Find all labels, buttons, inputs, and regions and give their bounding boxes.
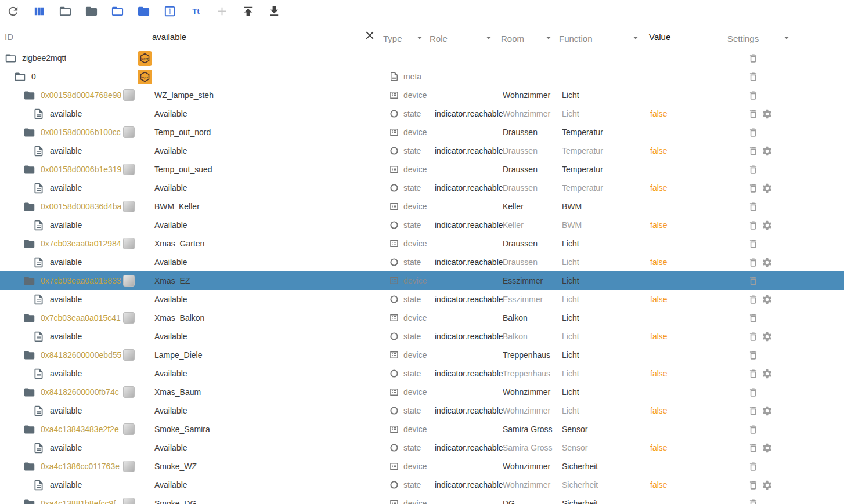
settings-gear-icon[interactable] (762, 331, 773, 342)
file-icon[interactable] (33, 219, 45, 231)
delete-icon[interactable] (748, 275, 759, 287)
delete-icon[interactable] (748, 424, 759, 435)
file-icon[interactable] (33, 108, 45, 120)
delete-icon[interactable] (748, 183, 759, 194)
name-filter-input[interactable] (152, 28, 362, 45)
delete-icon[interactable] (748, 498, 759, 504)
delete-icon[interactable] (748, 405, 759, 416)
room-filter[interactable]: Room (501, 29, 554, 45)
table-row[interactable]: available Available state indicator.reac… (0, 327, 844, 346)
delete-icon[interactable] (748, 220, 759, 231)
delete-icon[interactable] (748, 71, 759, 82)
object-value[interactable]: false (649, 443, 746, 452)
file-icon[interactable] (33, 182, 45, 194)
folder-icon[interactable] (23, 275, 35, 287)
table-row[interactable]: 0xa4c13881b8efcc9f Smoke_DG device DG Si… (0, 494, 844, 504)
object-value[interactable]: false (649, 146, 746, 155)
table-row[interactable]: available Available state indicator.reac… (0, 401, 844, 420)
table-row[interactable]: 0 MQTT meta (0, 67, 844, 86)
table-row[interactable]: available Available state indicator.reac… (0, 216, 844, 234)
settings-gear-icon[interactable] (762, 108, 773, 119)
object-value[interactable]: false (649, 220, 746, 230)
delete-icon[interactable] (748, 294, 759, 305)
delete-icon[interactable] (748, 90, 759, 101)
delete-icon[interactable] (748, 350, 759, 361)
delete-icon[interactable] (748, 146, 759, 157)
delete-icon[interactable] (748, 201, 759, 212)
settings-filter[interactable]: Settings (727, 29, 792, 45)
folder-icon[interactable] (23, 386, 35, 398)
object-value[interactable]: false (649, 369, 746, 378)
table-row[interactable]: available Available state indicator.reac… (0, 476, 844, 494)
delete-icon[interactable] (748, 127, 759, 138)
delete-icon[interactable] (748, 387, 759, 398)
table-row[interactable]: zigbee2mqtt MQTT (0, 49, 844, 67)
file-icon[interactable] (33, 368, 45, 380)
folder-icon[interactable] (23, 201, 35, 213)
save-objects-button[interactable] (261, 1, 287, 21)
table-row[interactable]: 0xa4c1386cc011763e Smoke_WZ device Wohnz… (0, 457, 844, 476)
folder-icon[interactable] (23, 164, 35, 176)
table-row[interactable]: available Available state indicator.reac… (0, 179, 844, 197)
file-icon[interactable] (33, 293, 45, 306)
folder-open-icon[interactable] (5, 52, 17, 64)
settings-gear-icon[interactable] (762, 257, 773, 268)
function-filter[interactable]: Function (559, 29, 641, 45)
delete-icon[interactable] (748, 368, 759, 379)
file-icon[interactable] (33, 442, 45, 454)
table-row[interactable]: available Available state indicator.reac… (0, 142, 844, 160)
clear-filter-button[interactable] (362, 29, 377, 45)
settings-gear-icon[interactable] (762, 183, 773, 194)
table-row[interactable]: 0x00158d0006b1e319 Temp_out_sued device … (0, 160, 844, 179)
table-row[interactable]: 0x84182600000ebd55 Lampe_Diele device Tr… (0, 346, 844, 364)
table-row[interactable]: available Available state indicator.reac… (0, 104, 844, 123)
table-row[interactable]: 0xa4c13843483e2f2e Smoke_Samira device S… (0, 420, 844, 438)
delete-icon[interactable] (748, 257, 759, 268)
folder-icon[interactable] (23, 312, 35, 324)
folder-icon[interactable] (23, 423, 35, 436)
file-icon[interactable] (33, 479, 45, 491)
object-value[interactable]: false (649, 332, 746, 341)
settings-gear-icon[interactable] (762, 146, 773, 157)
table-row[interactable]: 0x00158d0006b100cc Temp_out_nord device … (0, 123, 844, 142)
expand-visible-button[interactable] (131, 1, 157, 21)
table-row[interactable]: 0x7cb03eaa0a012984 Xmas_Garten device Dr… (0, 234, 844, 253)
table-row[interactable]: 0x7cb03eaa0a015c41 Xmas_Balkon device Ba… (0, 309, 844, 327)
settings-gear-icon[interactable] (762, 405, 773, 416)
settings-gear-icon[interactable] (762, 443, 773, 454)
file-icon[interactable] (33, 145, 45, 157)
object-value[interactable]: false (649, 295, 746, 304)
folder-icon[interactable] (23, 461, 35, 473)
delete-icon[interactable] (748, 443, 759, 454)
show-lines-button[interactable] (157, 1, 183, 21)
settings-gear-icon[interactable] (762, 480, 773, 491)
collapse-all-button[interactable] (52, 1, 78, 21)
table-row[interactable]: available Available state indicator.reac… (0, 438, 844, 457)
table-row[interactable]: 0x7cb03eaa0a015833 Xmas_EZ device Esszim… (0, 271, 844, 290)
role-filter[interactable]: Role (430, 29, 495, 45)
collapse-visible-button[interactable] (104, 1, 131, 21)
table-row[interactable]: 0x84182600000fb74c Xmas_Baum device Wohn… (0, 383, 844, 401)
table-row[interactable]: available Available state indicator.reac… (0, 364, 844, 383)
object-value[interactable]: false (649, 480, 746, 490)
delete-icon[interactable] (748, 53, 759, 64)
refresh-button[interactable] (0, 1, 26, 21)
delete-icon[interactable] (748, 480, 759, 491)
folder-icon[interactable] (23, 498, 35, 504)
settings-gear-icon[interactable] (762, 294, 773, 305)
folder-open-icon[interactable] (14, 71, 26, 83)
type-filter[interactable]: Type (383, 29, 425, 45)
folder-icon[interactable] (23, 349, 35, 361)
folder-icon[interactable] (23, 126, 35, 139)
add-object-button[interactable] (209, 1, 235, 21)
delete-icon[interactable] (748, 461, 759, 472)
delete-icon[interactable] (748, 108, 759, 119)
delete-icon[interactable] (748, 331, 759, 342)
file-icon[interactable] (33, 405, 45, 417)
table-row[interactable]: 0x00158d000836d4ba BWM_Keller device Kel… (0, 197, 844, 216)
table-row[interactable]: available Available state indicator.reac… (0, 253, 844, 271)
folder-icon[interactable] (23, 238, 35, 250)
font-size-button[interactable]: Tt (183, 1, 209, 21)
file-icon[interactable] (33, 331, 45, 343)
settings-gear-icon[interactable] (762, 368, 773, 379)
